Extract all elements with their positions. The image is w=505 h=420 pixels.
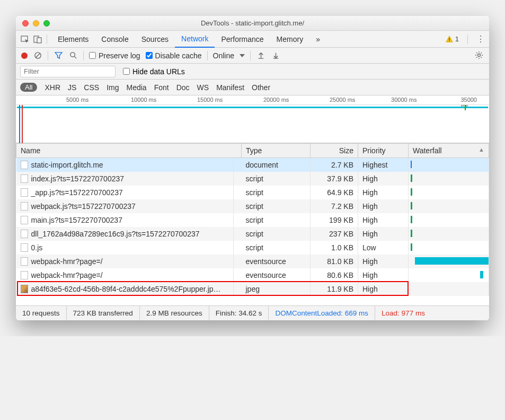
waterfall-cell: [409, 227, 489, 241]
resource-type-filters: All XHR JS CSS Img Media Font Doc WS Man…: [16, 80, 489, 95]
request-size: 1.0 KB: [311, 241, 358, 255]
settings-gear-icon[interactable]: [474, 50, 484, 60]
waterfall-cell: [409, 158, 489, 172]
request-table: Name Type Size Priority Waterfall▲ stati…: [16, 143, 489, 305]
col-type[interactable]: Type: [242, 144, 311, 158]
table-row[interactable]: main.js?ts=1572270700237script199 KBHigh: [16, 213, 489, 227]
table-row[interactable]: a84f63e5-62cd-456b-89f4-c2adddc4e575%2Fp…: [16, 282, 489, 296]
request-name: dll_1762a4d98a7289ec16c9.js?ts=157227070…: [31, 230, 200, 238]
request-priority: High: [358, 268, 409, 282]
warning-count: 1: [455, 35, 459, 43]
clear-icon[interactable]: [33, 51, 42, 60]
warnings-badge[interactable]: 1: [446, 35, 459, 43]
col-name[interactable]: Name: [16, 144, 242, 158]
request-priority: Low: [358, 241, 409, 255]
waterfall-cell: [409, 172, 489, 186]
request-name: webpack-hmr?page=/: [31, 257, 103, 266]
table-row[interactable]: webpack-hmr?page=/eventsource81.0 KBHigh: [16, 255, 489, 268]
col-waterfall[interactable]: Waterfall▲: [409, 144, 489, 158]
file-icon: [21, 174, 28, 183]
preserve-log-checkbox[interactable]: Preserve log: [89, 51, 140, 60]
table-row[interactable]: 0.jsscript1.0 KBLow: [16, 241, 489, 255]
tab-sources[interactable]: Sources: [135, 31, 175, 48]
request-priority: High: [358, 227, 409, 241]
request-priority: High: [358, 172, 409, 186]
throttling-select[interactable]: Online: [213, 51, 245, 60]
status-resources: 2.9 MB resources: [140, 306, 209, 320]
table-row[interactable]: index.js?ts=1572270700237script37.9 KBHi…: [16, 172, 489, 186]
request-size: 37.9 KB: [311, 172, 358, 186]
request-name: 0.js: [31, 243, 43, 252]
inspect-icon[interactable]: [20, 34, 30, 44]
filter-manifest[interactable]: Manifest: [216, 83, 244, 92]
record-button[interactable]: [21, 52, 28, 59]
request-name: static-import.glitch.me: [31, 161, 103, 169]
file-icon: [21, 202, 28, 211]
search-icon[interactable]: [68, 51, 78, 60]
kebab-menu-icon[interactable]: ⋮: [476, 34, 485, 44]
timeline-overview[interactable]: 5000 ms 10000 ms 15000 ms 20000 ms 25000…: [16, 95, 489, 143]
tab-elements[interactable]: Elements: [51, 31, 95, 48]
device-toggle-icon[interactable]: [33, 34, 42, 44]
svg-line-6: [36, 53, 40, 57]
request-type: eventsource: [242, 268, 311, 282]
col-priority[interactable]: Priority: [358, 144, 409, 158]
tick-label: 30000 ms: [391, 97, 417, 103]
request-type: script: [242, 172, 311, 186]
filter-input[interactable]: [20, 66, 116, 77]
table-row[interactable]: dll_1762a4d98a7289ec16c9.js?ts=157227070…: [16, 227, 489, 241]
table-row[interactable]: _app.js?ts=1572270700237script64.9 KBHig…: [16, 186, 489, 199]
request-size: 81.0 KB: [311, 255, 358, 268]
status-bar: 10 requests 723 KB transferred 2.9 MB re…: [16, 305, 489, 320]
filter-img[interactable]: Img: [107, 83, 119, 92]
svg-rect-3: [449, 38, 449, 40]
filter-doc[interactable]: Doc: [176, 83, 190, 92]
download-har-icon[interactable]: [271, 51, 280, 60]
waterfall-cell: [409, 213, 489, 227]
svg-line-8: [74, 56, 76, 58]
waterfall-cell: [409, 199, 489, 213]
tab-overflow[interactable]: »: [309, 31, 326, 48]
table-row[interactable]: webpack.js?ts=1572270700237script7.2 KBH…: [16, 199, 489, 213]
window-title: DevTools - static-import.glitch.me/: [16, 19, 489, 27]
svg-rect-4: [449, 40, 449, 41]
request-type: eventsource: [242, 255, 311, 268]
hide-data-urls-checkbox[interactable]: Hide data URLs: [123, 67, 185, 76]
request-priority: High: [358, 255, 409, 268]
filter-css[interactable]: CSS: [84, 83, 99, 92]
request-type: script: [242, 227, 311, 241]
col-size[interactable]: Size: [311, 144, 358, 158]
filter-ws[interactable]: WS: [197, 83, 209, 92]
tab-bar: Elements Console Sources Network Perform…: [16, 31, 489, 48]
tab-performance[interactable]: Performance: [215, 31, 270, 48]
tab-memory[interactable]: Memory: [270, 31, 310, 48]
filter-all[interactable]: All: [20, 83, 37, 92]
filter-font[interactable]: Font: [154, 83, 169, 92]
tick-label: 25000 ms: [330, 97, 355, 103]
tab-network[interactable]: Network: [175, 31, 215, 48]
disable-cache-checkbox[interactable]: Disable cache: [146, 51, 202, 60]
table-row[interactable]: webpack-hmr?page=/eventsource80.6 KBHigh: [16, 268, 489, 282]
tick-label: 5000 ms: [66, 97, 88, 103]
request-size: 237 KB: [311, 227, 358, 241]
waterfall-cell: [409, 268, 489, 282]
filter-other[interactable]: Other: [252, 83, 270, 92]
request-name: index.js?ts=1572270700237: [31, 174, 125, 183]
file-icon: [21, 257, 28, 266]
request-priority: High: [358, 213, 409, 227]
filter-icon[interactable]: [54, 51, 63, 60]
file-icon: [21, 271, 28, 279]
table-row[interactable]: static-import.glitch.medocument2.7 KBHig…: [16, 158, 489, 172]
request-priority: High: [358, 199, 409, 213]
request-type: jpeg: [242, 282, 311, 296]
waterfall-cell: [409, 255, 489, 268]
upload-har-icon[interactable]: [256, 51, 265, 60]
request-type: script: [242, 199, 311, 213]
filter-media[interactable]: Media: [127, 83, 147, 92]
svg-point-11: [478, 54, 481, 56]
filter-xhr[interactable]: XHR: [45, 83, 60, 92]
tab-console[interactable]: Console: [95, 31, 135, 48]
filter-js[interactable]: JS: [68, 83, 76, 92]
file-icon: [21, 243, 28, 252]
request-name: webpack.js?ts=1572270700237: [31, 202, 136, 211]
